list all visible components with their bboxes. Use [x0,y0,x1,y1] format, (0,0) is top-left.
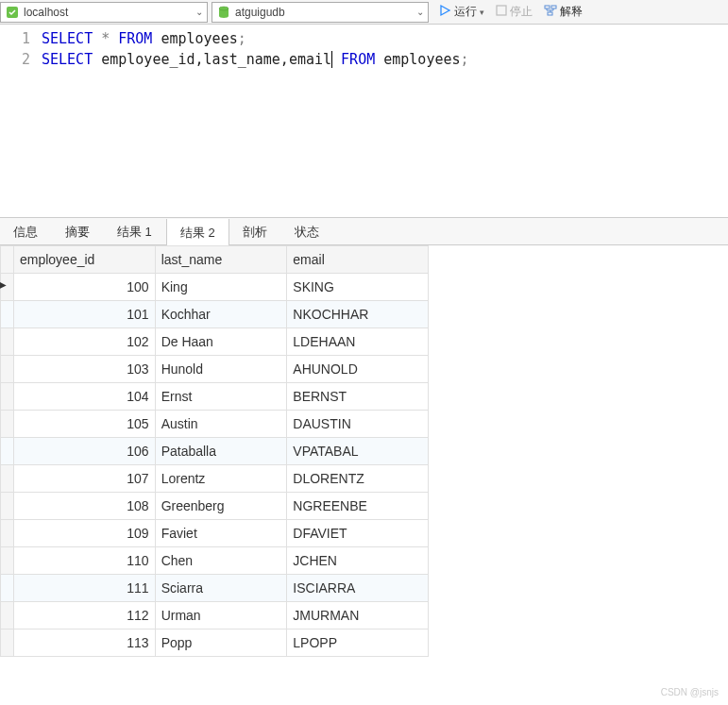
stop-button[interactable]: 停止 [490,1,538,24]
row-header[interactable] [1,411,14,438]
cell-email[interactable]: AHUNOLD [287,356,429,383]
table-row[interactable]: 101KochharNKOCHHAR [1,301,429,328]
result-grid[interactable]: employee_id last_name email 100KingSKING… [0,245,429,657]
row-header[interactable] [1,602,14,629]
cell-email[interactable]: LPOPP [287,629,429,657]
sql-editor[interactable]: 1 SELECT * FROM employees; 2 SELECT empl… [0,25,728,217]
cell-email[interactable]: SKING [287,274,429,301]
cell-lastname[interactable]: King [155,274,287,301]
editor-line: 1 SELECT * FROM employees; [0,28,728,49]
cell-email[interactable]: ISCIARRA [287,575,429,602]
cell-email[interactable]: VPATABAL [287,438,429,465]
explain-button[interactable]: 解释 [538,1,588,24]
line-number: 1 [0,28,42,49]
database-dropdown[interactable]: atguigudb ⌄ [212,2,429,23]
cell-id[interactable]: 100 [13,274,155,301]
table-row[interactable]: 113PoppLPOPP [1,629,429,657]
cell-lastname[interactable]: Greenberg [155,493,287,520]
run-button[interactable]: 运行 ▾ [432,1,490,24]
table-row[interactable]: 106PataballaVPATABAL [1,438,429,465]
cell-email[interactable]: DFAVIET [287,520,429,547]
row-header[interactable] [1,547,14,575]
cell-email[interactable]: NKOCHHAR [287,301,429,328]
cell-id[interactable]: 104 [13,383,155,411]
cell-lastname[interactable]: Lorentz [155,465,287,493]
cell-id[interactable]: 107 [13,465,155,493]
table-row[interactable]: 109FavietDFAVIET [1,520,429,547]
dropdown-caret-icon: ▾ [480,8,484,17]
cell-lastname[interactable]: Ernst [155,383,287,411]
cell-email[interactable]: DAUSTIN [287,411,429,438]
col-header-id[interactable]: employee_id [13,246,155,274]
col-header-email[interactable]: email [287,246,429,274]
code-content: SELECT employee_id,last_name,email FROM … [42,49,469,70]
row-header[interactable] [1,328,14,356]
row-header[interactable] [1,520,14,547]
table-row[interactable]: 102De HaanLDEHAAN [1,328,429,356]
row-header[interactable] [1,575,14,602]
tab-info[interactable]: 信息 [0,218,52,244]
cell-id[interactable]: 101 [13,301,155,328]
cell-email[interactable]: LDEHAAN [287,328,429,356]
row-header[interactable] [1,383,14,411]
table-row[interactable]: 107LorentzDLORENTZ [1,465,429,493]
svg-rect-3 [497,6,506,15]
cell-lastname[interactable]: Kochhar [155,301,287,328]
cell-id[interactable]: 106 [13,438,155,465]
cell-id[interactable]: 103 [13,356,155,383]
table-row[interactable]: 104ErnstBERNST [1,383,429,411]
connection-dropdown[interactable]: localhost ⌄ [0,2,208,23]
cell-id[interactable]: 102 [13,328,155,356]
chevron-down-icon: ⌄ [416,7,424,17]
stop-label: 停止 [510,4,533,20]
connection-label: localhost [24,6,192,19]
cell-lastname[interactable]: Popp [155,629,287,657]
cell-lastname[interactable]: Hunold [155,356,287,383]
row-header[interactable] [1,465,14,493]
tab-result2[interactable]: 结果 2 [166,219,229,245]
table-row[interactable]: 112UrmanJMURMAN [1,602,429,629]
cell-lastname[interactable]: Faviet [155,520,287,547]
cell-id[interactable]: 109 [13,520,155,547]
cell-email[interactable]: JCHEN [287,547,429,575]
table-row[interactable]: 110ChenJCHEN [1,547,429,575]
chevron-down-icon: ⌄ [195,7,203,17]
explain-icon [544,4,557,20]
table-row[interactable]: 100KingSKING [1,274,429,301]
row-header[interactable] [1,438,14,465]
row-header[interactable] [1,301,14,328]
cell-lastname[interactable]: Austin [155,411,287,438]
cell-id[interactable]: 110 [13,547,155,575]
cell-lastname[interactable]: Urman [155,602,287,629]
cell-id[interactable]: 112 [13,602,155,629]
cell-id[interactable]: 105 [13,411,155,438]
cell-email[interactable]: NGREENBE [287,493,429,520]
row-header[interactable] [1,356,14,383]
row-header[interactable] [1,493,14,520]
col-header-lastname[interactable]: last_name [155,246,287,274]
cell-email[interactable]: JMURMAN [287,602,429,629]
tab-status[interactable]: 状态 [281,218,333,244]
play-icon [438,4,451,20]
row-header[interactable] [1,629,14,657]
cell-id[interactable]: 113 [13,629,155,657]
tab-result1[interactable]: 结果 1 [104,218,166,244]
cell-id[interactable]: 111 [13,575,155,602]
tab-summary[interactable]: 摘要 [52,218,104,244]
table-row[interactable]: 108GreenbergNGREENBE [1,493,429,520]
run-label: 运行 [454,4,477,20]
editor-line: 2 SELECT employee_id,last_name,email FRO… [0,49,728,70]
cell-email[interactable]: BERNST [287,383,429,411]
cell-lastname[interactable]: Sciarra [155,575,287,602]
cell-lastname[interactable]: Chen [155,547,287,575]
row-header-corner [1,246,14,274]
cell-lastname[interactable]: De Haan [155,328,287,356]
table-row[interactable]: 105AustinDAUSTIN [1,411,429,438]
table-row[interactable]: 103HunoldAHUNOLD [1,356,429,383]
row-header[interactable] [1,274,14,301]
table-row[interactable]: 111SciarraISCIARRA [1,575,429,602]
cell-email[interactable]: DLORENTZ [287,465,429,493]
cell-id[interactable]: 108 [13,493,155,520]
tab-profile[interactable]: 剖析 [229,218,281,244]
cell-lastname[interactable]: Pataballa [155,438,287,465]
